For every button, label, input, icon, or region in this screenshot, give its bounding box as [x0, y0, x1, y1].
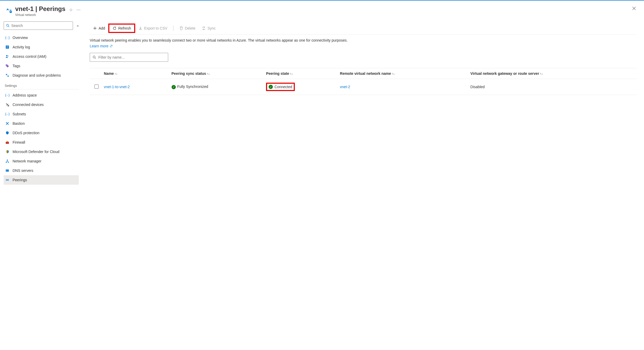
sidebar-item-defender[interactable]: Microsoft Defender for Cloud: [4, 147, 79, 156]
col-state[interactable]: Peering state↑↓: [263, 68, 337, 79]
sidebar-item-label: Peerings: [13, 178, 27, 182]
defender-icon: [5, 149, 10, 154]
sidebar-search-input[interactable]: [11, 24, 71, 28]
close-button[interactable]: [632, 6, 639, 10]
sync-button[interactable]: Sync: [199, 24, 219, 33]
toolbar-separator: [173, 26, 173, 31]
sidebar-item-label: Bastion: [13, 121, 25, 126]
sidebar-item-bastion[interactable]: Bastion: [4, 119, 79, 128]
plus-icon: [93, 26, 97, 30]
refresh-icon: [112, 26, 117, 30]
filter-input[interactable]: [98, 55, 165, 59]
col-name[interactable]: Name↑↓: [101, 68, 169, 79]
sort-icon: ↑↓: [290, 72, 293, 76]
peerings-table: Name↑↓ Peering sync status↑↓ Peering sta…: [90, 68, 637, 95]
sidebar-item-connected-devices[interactable]: Connected devices: [4, 100, 79, 109]
cell-sync: ✓Fully Synchronized: [169, 79, 264, 95]
sidebar-item-tags[interactable]: Tags: [4, 61, 79, 71]
peerings-icon: [5, 177, 10, 183]
sidebar-item-dns[interactable]: DNS servers: [4, 166, 79, 175]
svg-point-3: [6, 55, 8, 57]
col-gateway[interactable]: Virtual network gateway or route server↑…: [468, 68, 637, 79]
sidebar-item-network-manager[interactable]: Network manager: [4, 156, 79, 166]
sidebar-item-label: DDoS protection: [13, 131, 39, 135]
sort-icon: ↑↓: [392, 72, 395, 76]
table-row[interactable]: vnet-1-to-vnet-2 ✓Fully Synchronized ✓Co…: [90, 79, 637, 95]
search-icon: [6, 24, 10, 27]
sort-icon: ↑↓: [207, 72, 210, 76]
sidebar-item-label: Tags: [13, 64, 20, 68]
toolbar: Add Refresh Export to CSV: [90, 22, 637, 35]
address-icon: ⟨∙∙⟩: [5, 93, 10, 98]
sidebar-item-activitylog[interactable]: Activity log: [4, 42, 79, 52]
cell-state: ✓Connected: [263, 79, 337, 95]
table-header-row: Name↑↓ Peering sync status↑↓ Peering sta…: [90, 68, 637, 79]
sidebar-item-label: Microsoft Defender for Cloud: [13, 150, 59, 154]
sidebar-item-label: Network manager: [13, 159, 42, 163]
sidebar-item-label: Connected devices: [13, 103, 44, 107]
sidebar-item-label: Activity log: [13, 45, 30, 49]
search-icon: [93, 55, 96, 59]
svg-point-13: [7, 180, 8, 180]
description-text: Virtual network peering enables you to s…: [90, 38, 637, 42]
sync-icon: [202, 26, 206, 30]
delete-icon: [179, 26, 183, 30]
sidebar-item-ddos[interactable]: DDoS protection: [4, 128, 79, 138]
sidebar-item-address-space[interactable]: ⟨∙∙⟩ Address space: [4, 91, 79, 100]
svg-point-9: [7, 160, 8, 161]
filter-input-wrapper[interactable]: [90, 53, 168, 62]
learn-more-link[interactable]: Learn more: [90, 44, 113, 48]
remote-vnet-link[interactable]: vnet-2: [340, 85, 350, 89]
export-label: Export to CSV: [144, 26, 167, 30]
cell-name: vnet-1-to-vnet-2: [101, 79, 169, 95]
add-button[interactable]: Add: [90, 24, 108, 33]
sidebar-item-firewall[interactable]: Firewall: [4, 138, 79, 147]
header-checkbox-col: [90, 68, 101, 79]
check-icon: ✓: [269, 85, 273, 89]
peering-name-link[interactable]: vnet-1-to-vnet-2: [104, 85, 130, 89]
sidebar-item-label: Diagnose and solve problems: [13, 73, 61, 77]
sidebar-search[interactable]: [4, 21, 73, 30]
activitylog-icon: [5, 44, 10, 50]
sidebar-item-peerings[interactable]: Peerings: [4, 175, 79, 185]
refresh-button[interactable]: Refresh: [108, 24, 135, 33]
svg-point-14: [93, 56, 95, 58]
favorite-button[interactable]: ☆: [69, 7, 73, 12]
collapse-sidebar-button[interactable]: «: [77, 24, 79, 28]
more-button[interactable]: ⋯: [76, 7, 81, 12]
state-highlight: ✓Connected: [266, 83, 295, 91]
row-checkbox[interactable]: [94, 84, 99, 89]
page-header: vnet-1 | Peerings Virtual network ☆ ⋯: [0, 1, 644, 19]
sidebar-item-diagnose[interactable]: Diagnose and solve problems: [4, 71, 79, 80]
sidebar-section-settings: Settings: [4, 80, 79, 89]
svg-point-4: [8, 55, 9, 57]
netmgr-icon: [5, 159, 10, 164]
sort-icon: ↑↓: [540, 72, 543, 76]
iam-icon: [5, 54, 10, 59]
svg-point-1: [7, 24, 9, 26]
col-sync[interactable]: Peering sync status↑↓: [169, 68, 264, 79]
sidebar-item-label: Address space: [13, 93, 37, 97]
sidebar: « ⟨∙∙⟩ Overview Activity log Access cont…: [0, 19, 82, 350]
delete-label: Delete: [185, 26, 195, 30]
sidebar-item-label: Subnets: [13, 112, 26, 116]
export-button[interactable]: Export to CSV: [135, 24, 171, 33]
diagnose-icon: [5, 73, 10, 78]
col-remote[interactable]: Remote virtual network name↑↓: [337, 68, 468, 79]
firewall-icon: [5, 140, 10, 145]
sidebar-item-subnets[interactable]: ⟨∙∙⟩ Subnets: [4, 109, 79, 119]
row-checkbox-cell[interactable]: [90, 79, 101, 95]
check-icon: ✓: [172, 85, 176, 89]
sidebar-item-label: Firewall: [13, 140, 25, 144]
delete-button[interactable]: Delete: [176, 24, 199, 33]
learn-more-label: Learn more: [90, 44, 109, 48]
page-subtitle: Virtual network: [15, 13, 65, 17]
sidebar-item-iam[interactable]: Access control (IAM): [4, 52, 79, 61]
bastion-icon: [5, 121, 10, 126]
sidebar-item-label: Access control (IAM): [13, 54, 46, 59]
main-content: Add Refresh Export to CSV: [82, 19, 644, 350]
sidebar-item-overview[interactable]: ⟨∙∙⟩ Overview: [4, 33, 79, 42]
refresh-label: Refresh: [118, 26, 131, 30]
cell-gateway: Disabled: [468, 79, 637, 95]
external-link-icon: [110, 44, 113, 48]
